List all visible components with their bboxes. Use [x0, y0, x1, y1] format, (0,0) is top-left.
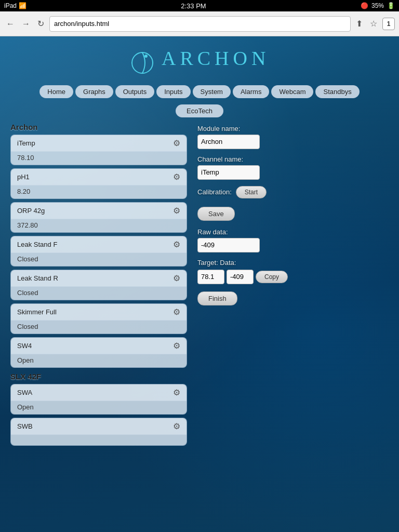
wifi-icon: 📶 — [19, 2, 26, 9]
channel-value-skimmer: Closed — [11, 321, 187, 334]
gear-icon-orp[interactable]: ⚙ — [173, 206, 180, 216]
channel-row-skimmer[interactable]: Skimmer Full ⚙ — [11, 304, 187, 321]
channel-name-leak-f: Leak Stand F — [17, 241, 57, 248]
raw-data-input[interactable] — [197, 238, 260, 252]
channel-value-itemp: 78.10 — [11, 152, 187, 165]
nav-alarms[interactable]: Alarms — [233, 85, 269, 98]
channel-name-sw4: SW4 — [17, 342, 32, 350]
channel-group-orp: ORP 42g ⚙ 372.80 — [10, 202, 187, 233]
channel-value-orp: 372.80 — [11, 219, 187, 232]
slx-section-title: SLX 42F — [10, 372, 187, 381]
nav-inputs[interactable]: Inputs — [156, 85, 190, 98]
time-display: 2:33 PM — [181, 2, 206, 10]
module-name-input[interactable] — [197, 135, 260, 149]
bookmark-button[interactable]: ☆ — [368, 18, 379, 30]
channel-name-label: Channel name: — [197, 155, 389, 163]
channel-group-swb: SWB ⚙ — [10, 418, 187, 446]
reload-button[interactable]: ↻ — [35, 18, 46, 30]
channel-value-ph1: 8.20 — [11, 185, 187, 198]
nav-outputs[interactable]: Outputs — [115, 85, 155, 98]
copy-button[interactable]: Copy — [256, 271, 288, 283]
channel-name-ph1: pH1 — [17, 173, 30, 181]
logo-area: ARCHON — [0, 36, 399, 81]
forward-button[interactable]: → — [20, 18, 32, 30]
status-left: iPad 📶 — [4, 2, 26, 9]
carrier-label: iPad — [4, 2, 17, 9]
battery-icon: 🔋 — [387, 2, 395, 9]
channel-row-ph1[interactable]: pH1 ⚙ — [11, 169, 187, 185]
channel-row-leak-f[interactable]: Leak Stand F ⚙ — [11, 236, 187, 253]
nav-graphs[interactable]: Graphs — [75, 85, 113, 98]
svg-point-0 — [132, 52, 153, 73]
channel-name-itemp: iTemp — [17, 139, 35, 147]
logo-icon — [129, 50, 155, 76]
channel-row-leak-r[interactable]: Leak Stand R ⚙ — [11, 270, 187, 287]
nav-home[interactable]: Home — [39, 85, 73, 98]
save-button[interactable]: Save — [197, 207, 235, 221]
logo-text: ARCHON — [162, 47, 270, 69]
nav-bar: Home Graphs Outputs Inputs System Alarms… — [0, 81, 399, 102]
archon-section-title: Archon — [10, 123, 187, 131]
channel-name-swa: SWA — [17, 389, 32, 396]
target-data-label: Target: Data: — [197, 259, 389, 267]
ecotech-area: EcoTech — [0, 102, 399, 123]
gear-icon-leak-f[interactable]: ⚙ — [173, 240, 180, 249]
nav-webcam[interactable]: Webcam — [271, 85, 313, 98]
gear-icon-sw4[interactable]: ⚙ — [173, 341, 180, 351]
browser-chrome: ← → ↻ ⬆ ☆ 1 — [0, 11, 399, 36]
finish-button[interactable]: Finish — [197, 291, 237, 305]
channel-group-sw4: SW4 ⚙ Open — [10, 337, 187, 368]
channel-value-leak-r: Closed — [11, 287, 187, 300]
channel-group-leak-r: Leak Stand R ⚙ Closed — [10, 270, 187, 300]
gear-icon-leak-r[interactable]: ⚙ — [173, 273, 180, 283]
channel-group-leak-f: Leak Stand F ⚙ Closed — [10, 236, 187, 267]
channel-row-orp[interactable]: ORP 42g ⚙ — [11, 203, 187, 219]
status-bar: iPad 📶 2:33 PM 🔴 35% 🔋 — [0, 0, 399, 11]
svg-point-1 — [144, 55, 148, 58]
module-name-label: Module name: — [197, 125, 389, 132]
channel-group-swa: SWA ⚙ Open — [10, 384, 187, 415]
channel-group-skimmer: Skimmer Full ⚙ Closed — [10, 303, 187, 334]
gear-icon-itemp[interactable]: ⚙ — [173, 138, 180, 148]
share-button[interactable]: ⬆ — [354, 18, 365, 30]
channel-group-archon: iTemp ⚙ 78.10 — [10, 135, 187, 165]
channel-value-sw4: Open — [11, 354, 187, 367]
channel-row-swb[interactable]: SWB ⚙ — [11, 418, 187, 435]
gear-icon-swb[interactable]: ⚙ — [173, 421, 180, 431]
calibration-row: Calibration: Start — [197, 186, 389, 198]
main-layout: Archon iTemp ⚙ 78.10 pH1 ⚙ 8.20 ORP 42g … — [0, 123, 399, 449]
nav-system[interactable]: System — [193, 85, 231, 98]
channel-row-swa[interactable]: SWA ⚙ — [11, 384, 187, 401]
nav-standbys[interactable]: Standbys — [315, 85, 359, 98]
data-input[interactable] — [227, 270, 254, 284]
raw-data-label: Raw data: — [197, 228, 389, 236]
channel-name-input[interactable] — [197, 165, 260, 180]
back-button[interactable]: ← — [4, 18, 17, 30]
battery-percent: 35% — [371, 2, 384, 9]
address-bar[interactable] — [49, 16, 351, 32]
gear-icon-swa[interactable]: ⚙ — [173, 388, 180, 397]
target-data-row: Copy — [197, 270, 389, 284]
channel-name-orp: ORP 42g — [17, 207, 45, 215]
page-content: ARCHON Home Graphs Outputs Inputs System… — [0, 36, 399, 532]
left-panel: Archon iTemp ⚙ 78.10 pH1 ⚙ 8.20 ORP 42g … — [10, 123, 187, 449]
ecotech-button[interactable]: EcoTech — [176, 104, 223, 117]
right-panel: Module name: Channel name: Calibration: … — [187, 123, 389, 449]
status-right: 🔴 35% 🔋 — [361, 2, 395, 9]
channel-row-itemp[interactable]: iTemp ⚙ — [11, 135, 187, 152]
channel-value-swb — [11, 435, 187, 445]
channel-group-ph1: pH1 ⚙ 8.20 — [10, 168, 187, 199]
gear-icon-ph1[interactable]: ⚙ — [173, 172, 180, 182]
gear-icon-skimmer[interactable]: ⚙ — [173, 307, 180, 317]
bluetooth-icon: 🔴 — [361, 2, 368, 9]
channel-value-leak-f: Closed — [11, 253, 187, 266]
start-button[interactable]: Start — [236, 186, 267, 198]
channel-name-swb: SWB — [17, 422, 33, 430]
channel-value-swa: Open — [11, 401, 187, 414]
calibration-label: Calibration: — [197, 188, 232, 196]
channel-row-sw4[interactable]: SW4 ⚙ — [11, 338, 187, 354]
channel-name-leak-r: Leak Stand R — [17, 274, 58, 282]
channel-name-skimmer: Skimmer Full — [17, 308, 57, 316]
tab-count[interactable]: 1 — [382, 18, 395, 30]
target-input[interactable] — [197, 270, 224, 284]
